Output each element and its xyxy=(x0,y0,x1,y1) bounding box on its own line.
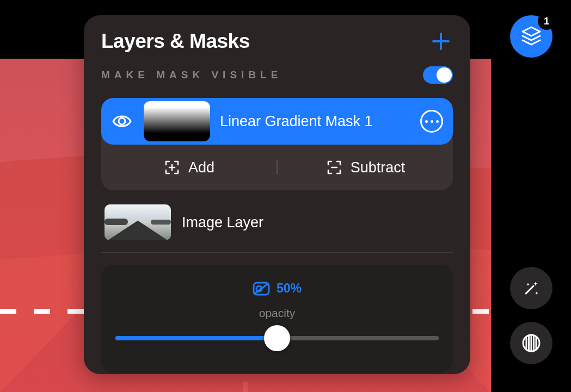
eye-icon xyxy=(111,110,133,132)
selection-subtract-icon xyxy=(326,159,343,176)
magic-wand-icon xyxy=(520,277,542,299)
vignette-icon xyxy=(520,332,543,354)
opacity-icon xyxy=(253,282,270,296)
svg-line-9 xyxy=(526,286,533,294)
mask-more-button[interactable] xyxy=(420,110,443,133)
opacity-value: 50% xyxy=(277,281,302,296)
vignette-button[interactable] xyxy=(510,322,552,364)
layers-icon xyxy=(520,25,543,48)
mask-thumbnail xyxy=(144,101,210,141)
mask-add-label: Add xyxy=(188,159,214,176)
slider-handle[interactable] xyxy=(264,325,290,351)
layers-panel: Layers & Masks MAKE MASK VISIBLE Linear … xyxy=(84,15,470,374)
selected-mask-group: Linear Gradient Mask 1 Add Subt xyxy=(101,98,453,190)
layers-fab-button[interactable]: 1 xyxy=(510,15,552,58)
mask-add-button[interactable]: Add xyxy=(101,145,277,190)
image-layer-row[interactable]: Image Layer xyxy=(101,204,453,240)
magic-fx-button[interactable] xyxy=(510,267,552,309)
mask-layer-name: Linear Gradient Mask 1 xyxy=(220,113,420,130)
make-mask-visible-toggle[interactable] xyxy=(423,66,453,84)
opacity-label: opacity xyxy=(259,307,296,320)
opacity-card: 50% opacity xyxy=(101,265,453,373)
selection-add-icon xyxy=(163,159,181,176)
mask-subtract-label: Subtract xyxy=(351,159,406,176)
opacity-slider[interactable] xyxy=(115,325,439,351)
make-mask-visible-label: MAKE MASK VISIBLE xyxy=(101,69,282,81)
image-layer-thumbnail xyxy=(105,204,171,240)
layer-visibility-button[interactable] xyxy=(111,110,133,132)
svg-point-2 xyxy=(119,118,125,125)
image-layer-name: Image Layer xyxy=(182,214,263,231)
mask-subtract-button[interactable]: Subtract xyxy=(278,145,453,190)
panel-title: Layers & Masks xyxy=(101,30,250,53)
add-layer-button[interactable] xyxy=(429,29,453,53)
mask-layer-row[interactable]: Linear Gradient Mask 1 xyxy=(101,98,453,145)
plus-icon xyxy=(430,30,452,52)
layers-count-badge: 1 xyxy=(538,13,555,30)
divider xyxy=(101,252,453,253)
